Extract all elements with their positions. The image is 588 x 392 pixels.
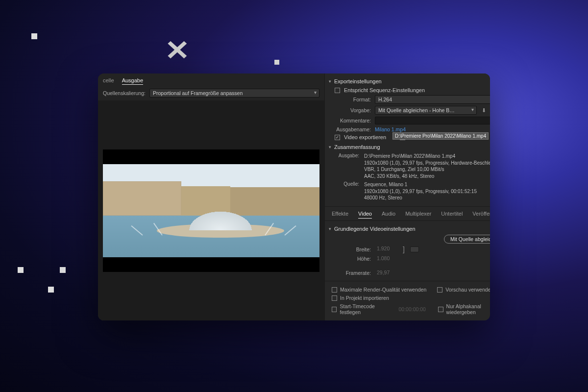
bottom-options: Maximale Render-Qualität verwenden Vorsc… bbox=[325, 281, 490, 320]
preset-select[interactable]: Mit Quelle abgleichen - Hohe B… bbox=[375, 106, 477, 115]
match-sequence-label: Entspricht Sequenz-Einstellungen bbox=[344, 87, 425, 93]
format-value: H.264 bbox=[378, 97, 392, 102]
max-render-quality-checkbox[interactable] bbox=[332, 287, 337, 293]
start-timecode-checkbox[interactable] bbox=[332, 307, 337, 312]
preview-area bbox=[98, 101, 324, 320]
basic-video-section: Grundlegende Videoeinstellungen Mit Quel… bbox=[325, 221, 490, 281]
match-source-button[interactable]: Mit Quelle abgleichen bbox=[444, 235, 490, 244]
link-dimensions-icon[interactable]: ] bbox=[401, 245, 406, 253]
output-name-label: Ausgabename: bbox=[335, 126, 371, 132]
export-dialog: celle Ausgabe Quellenskalierung: Proport… bbox=[98, 74, 490, 320]
export-settings-header[interactable]: Exporteinstellungen bbox=[329, 78, 490, 84]
tab-source[interactable]: celle bbox=[103, 77, 114, 85]
bg-square bbox=[18, 267, 24, 273]
tab-output[interactable]: Ausgabe bbox=[122, 77, 143, 85]
alpha-only-checkbox[interactable] bbox=[438, 307, 443, 312]
dimension-toggle[interactable] bbox=[410, 246, 419, 252]
summary-output-label: Ausgabe: bbox=[335, 153, 359, 179]
summary-output-text: D:\Premiere Pro\Milan 2022\Milano 1.mp4 … bbox=[359, 153, 490, 179]
summary-header[interactable]: Zusammenfassung bbox=[329, 144, 490, 150]
bg-x-mark: ✕ bbox=[165, 34, 190, 66]
export-video-checkbox[interactable] bbox=[335, 135, 340, 140]
comments-label: Kommentare: bbox=[335, 118, 371, 123]
sub-tab-audio[interactable]: Audio bbox=[382, 211, 395, 219]
sub-tab-captions[interactable]: Untertitel bbox=[441, 211, 463, 219]
settings-sub-tabs: Effekte Video Audio Multiplexer Untertit… bbox=[325, 206, 490, 221]
preset-label: Vorgabe: bbox=[335, 107, 371, 113]
export-video-label: Video exportieren bbox=[344, 134, 386, 140]
save-preset-icon[interactable]: ⬇ bbox=[481, 107, 488, 114]
scaling-value: Proportional auf Framegröße anpassen bbox=[153, 90, 243, 96]
match-sequence-checkbox[interactable] bbox=[335, 88, 340, 93]
scaling-select[interactable]: Proportional auf Framegröße anpassen bbox=[149, 89, 319, 98]
import-project-checkbox[interactable] bbox=[332, 295, 337, 301]
use-previews-checkbox[interactable] bbox=[437, 287, 442, 293]
bg-square bbox=[31, 33, 37, 39]
height-label: Höhe: bbox=[335, 256, 371, 262]
scaling-label: Quellenskalierung: bbox=[103, 90, 146, 96]
start-timecode-label: Start-Timecode festlegen bbox=[340, 303, 393, 315]
preview-pane: celle Ausgabe Quellenskalierung: Proport… bbox=[98, 74, 324, 320]
format-select[interactable]: H.264 bbox=[375, 95, 490, 104]
width-label: Breite: bbox=[335, 246, 371, 252]
start-timecode-value: 00:00:00:00 bbox=[398, 306, 425, 312]
format-label: Format: bbox=[335, 97, 371, 102]
summary-source-text: Sequence, Milano 1 1920x1080 (1,0), 29,9… bbox=[359, 181, 477, 201]
sub-tab-publish[interactable]: Veröffentlichen bbox=[472, 211, 490, 219]
summary-source-label: Quelle: bbox=[335, 181, 359, 201]
framerate-input[interactable]: 29,97 bbox=[375, 270, 397, 277]
export-settings-section: Exporteinstellungen Entspricht Sequenz-E… bbox=[325, 74, 490, 203]
bg-square bbox=[48, 287, 54, 293]
height-input[interactable]: 1.080 bbox=[375, 255, 397, 263]
scaling-row: Quellenskalierung: Proportional auf Fram… bbox=[98, 87, 324, 101]
preview-image bbox=[103, 164, 319, 257]
output-path-tooltip: D:\Premiere Pro\Milan 2022\Milano 1.mp4 bbox=[392, 132, 489, 140]
basic-video-header[interactable]: Grundlegende Videoeinstellungen bbox=[329, 226, 490, 232]
width-input[interactable]: 1.920 bbox=[375, 245, 397, 253]
settings-pane: Exporteinstellungen Entspricht Sequenz-E… bbox=[324, 74, 490, 320]
max-render-quality-label: Maximale Render-Qualität verwenden bbox=[340, 287, 426, 293]
use-previews-label: Vorschau verwenden bbox=[445, 287, 490, 293]
output-name-link[interactable]: Milano 1.mp4 bbox=[375, 126, 406, 132]
source-output-tabs: celle Ausgabe bbox=[98, 74, 324, 87]
sub-tab-video[interactable]: Video bbox=[358, 211, 372, 219]
sub-tab-effects[interactable]: Effekte bbox=[332, 211, 348, 219]
import-project-label: In Projekt importieren bbox=[340, 295, 389, 301]
bg-square bbox=[274, 60, 279, 65]
video-preview[interactable] bbox=[103, 149, 319, 272]
framerate-label: Framerate: bbox=[335, 270, 371, 276]
sub-tab-multiplexer[interactable]: Multiplexer bbox=[405, 211, 431, 219]
bg-square bbox=[60, 267, 66, 273]
preset-value: Mit Quelle abgleichen - Hohe B… bbox=[378, 107, 455, 113]
alpha-only-label: Nur Alphakanal wiedergeben bbox=[446, 303, 490, 315]
comments-input[interactable] bbox=[375, 117, 490, 124]
